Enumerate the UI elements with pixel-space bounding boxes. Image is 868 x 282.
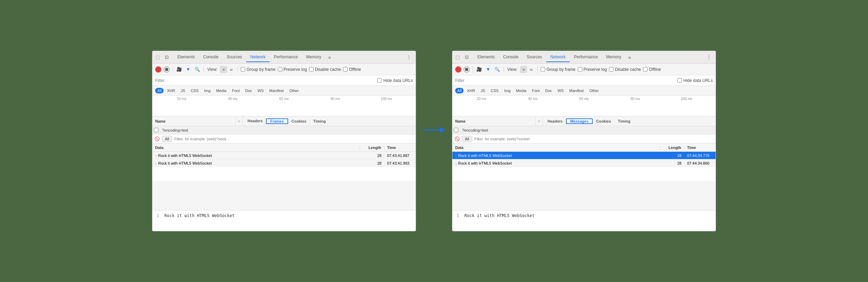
right-type-media[interactable]: Media [514,88,528,93]
right-tab-console[interactable]: Console [499,52,523,62]
right-device-icon[interactable]: ⊡ [463,53,470,61]
left-data-row-1[interactable]: ↑Rock it with HTML5 WebSocket 28 07:43:4… [152,152,416,159]
left-type-all[interactable]: All [155,88,164,93]
right-filter-row: Hide data URLs [452,75,716,86]
left-tab-sources[interactable]: Sources [223,52,246,62]
right-type-css[interactable]: CSS [489,88,501,93]
left-tab-network[interactable]: Network [246,52,270,62]
left-camera-icon[interactable]: 🎥 [176,66,183,73]
right-type-all[interactable]: All [455,88,464,93]
right-devtools-panel: ⬚ ⊡ Elements Console Sources Network Per… [452,51,716,231]
left-type-css[interactable]: CSS [189,88,201,93]
right-offline-check[interactable] [643,67,648,72]
right-tab-more[interactable]: » [625,52,634,62]
right-view-tree-icon[interactable]: ⚌ [528,66,535,73]
left-ws-name: ?encoding=text [159,128,416,132]
right-group-by-frame-check[interactable] [541,67,545,72]
right-tab-performance[interactable]: Performance [570,52,602,62]
right-disable-cache-check[interactable] [609,67,614,72]
right-record-button[interactable] [455,66,461,73]
left-tab-list: Elements Console Sources Network Perform… [173,52,404,62]
right-timeline: 20 ms 40 ms 60 ms 80 ms 100 ms [452,96,716,116]
left-type-font[interactable]: Font [230,88,242,93]
left-data-table: ↑Rock it with HTML5 WebSocket 28 07:43:4… [152,152,416,210]
right-toolbar-icons: ⬚ ⊡ [454,53,470,61]
right-filter-input[interactable] [455,78,675,83]
left-disable-cache-check[interactable] [309,67,314,72]
left-hide-data-urls-check[interactable] [377,78,382,83]
left-offline-check[interactable] [343,67,348,72]
left-group-by-frame-check[interactable] [241,67,245,72]
right-type-xhr[interactable]: XHR [465,88,477,93]
left-all-button[interactable]: All [162,136,172,142]
left-type-other[interactable]: Other [287,88,301,93]
right-data-row-1[interactable]: ↑Rock it with HTML5 WebSocket 28 07:44:3… [452,152,716,159]
left-down-arrow-2: ↓ [155,161,157,165]
right-type-font[interactable]: Font [530,88,542,93]
right-sub-tab-cookies[interactable]: Cookies [593,119,615,123]
left-type-img[interactable]: Img [202,88,212,93]
right-hide-data-urls-check[interactable] [677,78,682,83]
right-type-other[interactable]: Other [587,88,601,93]
right-sub-tab-messages[interactable]: Messages [566,118,593,124]
left-sub-panel: 🚫 All Data Length Time ↑Rock it with HTM… [152,134,416,231]
right-sub-tab-headers[interactable]: Headers [544,119,566,123]
inspect-icon[interactable]: ⬚ [154,53,161,61]
right-type-ws[interactable]: WS [556,88,566,93]
left-preserve-log-check[interactable] [278,67,282,72]
right-stop-button[interactable] [464,66,470,73]
right-data-row-2[interactable]: ↓Rock it with HTML5 WebSocket 28 07:44:3… [452,159,716,167]
left-ws-row: ?encoding=text [152,126,416,134]
right-type-doc[interactable]: Doc [543,88,554,93]
right-sub-tab-timing[interactable]: Timing [615,119,634,123]
left-type-doc[interactable]: Doc [243,88,254,93]
left-search-icon[interactable]: 🔍 [194,66,201,73]
right-all-button[interactable]: All [462,136,472,142]
right-view-list-icon[interactable]: ≡ [520,66,527,73]
left-view-list-icon[interactable]: ≡ [220,66,227,73]
left-type-manifest[interactable]: Manifest [267,88,286,93]
right-inspect-icon[interactable]: ⬚ [454,53,461,61]
left-filter-icon[interactable]: ▼ [185,66,192,73]
right-tab-memory[interactable]: Memory [602,52,625,62]
left-ws-check[interactable] [154,128,158,132]
right-tab-network[interactable]: Network [546,52,570,62]
left-sub-filter-input[interactable] [174,137,414,141]
right-tab-sources[interactable]: Sources [523,52,546,62]
left-type-js[interactable]: JS [178,88,187,93]
left-filter-input[interactable] [155,78,375,83]
left-stop-button[interactable] [164,66,170,73]
right-sep2 [503,66,504,73]
left-sub-tab-timing[interactable]: Timing [310,119,329,123]
left-tab-performance[interactable]: Performance [270,52,302,62]
device-icon[interactable]: ⊡ [163,53,170,61]
left-view-tree-icon[interactable]: ⚌ [228,66,235,73]
left-type-ws[interactable]: WS [256,88,266,93]
left-tab-more[interactable]: » [325,52,334,62]
left-tab-memory[interactable]: Memory [302,52,325,62]
left-sub-tab-frames[interactable]: Frames [266,118,288,124]
left-sub-tab-headers[interactable]: Headers [244,119,266,124]
right-tab-kebab[interactable]: ⋮ [704,52,714,62]
right-camera-icon[interactable]: 🎥 [476,66,483,73]
left-detail-text: Rock it with HTML5 WebSocket [164,213,234,218]
right-type-js[interactable]: JS [478,88,487,93]
right-filter-icon[interactable]: ▼ [485,66,492,73]
left-tab-console[interactable]: Console [199,52,223,62]
right-ws-check[interactable] [454,128,458,132]
right-type-manifest[interactable]: Manifest [567,88,586,93]
left-type-xhr[interactable]: XHR [165,88,177,93]
left-type-media[interactable]: Media [214,88,228,93]
left-sub-tab-cookies[interactable]: Cookies [288,119,310,123]
arrow-head [440,127,445,133]
left-tab-elements[interactable]: Elements [173,52,199,62]
left-record-button[interactable] [155,66,161,73]
right-sub-filter-input[interactable] [474,137,713,141]
left-data-row-2[interactable]: ↓Rock it with HTML5 WebSocket 28 07:43:4… [152,159,416,167]
right-type-img[interactable]: Img [502,88,512,93]
right-preserve-log-check[interactable] [578,67,582,72]
left-tab-kebab[interactable]: ⋮ [404,52,414,62]
right-tab-elements[interactable]: Elements [473,52,499,62]
right-search-icon[interactable]: 🔍 [494,66,501,73]
left-tl-100ms: 100 ms [361,97,412,101]
